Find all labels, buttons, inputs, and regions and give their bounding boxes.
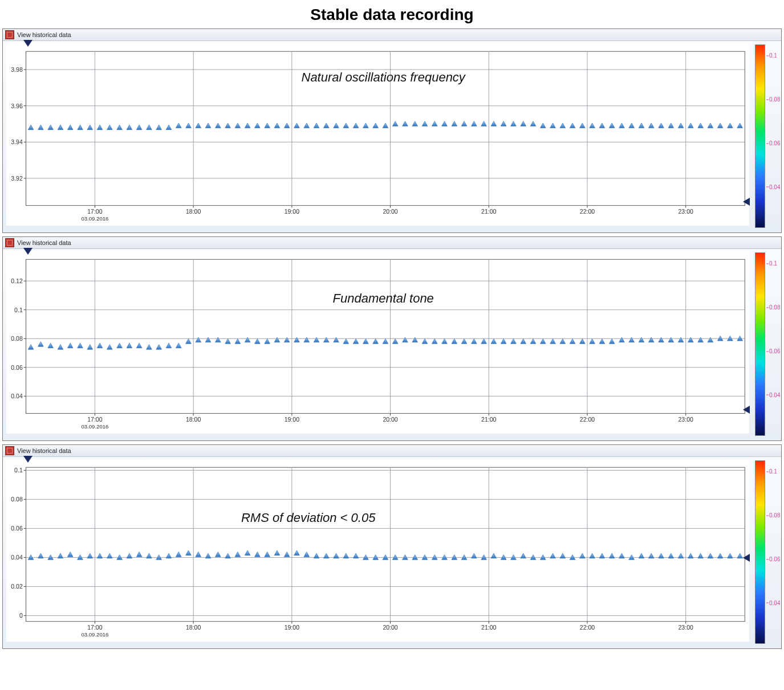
y-tick-label: 0.08: [11, 496, 23, 503]
svg-marker-29: [87, 125, 93, 130]
x-tick-label: 19:00: [285, 416, 299, 423]
svg-marker-283: [639, 553, 644, 558]
svg-marker-90: [688, 123, 694, 128]
svg-marker-143: [245, 337, 250, 342]
svg-marker-83: [619, 123, 625, 128]
svg-marker-34: [136, 125, 142, 130]
svg-marker-245: [265, 552, 270, 557]
panel-title: View historical data: [17, 239, 71, 246]
range-start-handle[interactable]: [23, 40, 33, 47]
svg-marker-292: [728, 553, 733, 558]
svg-marker-36: [156, 125, 162, 130]
x-tick-label: 22:00: [580, 208, 595, 215]
x-tick-label: 22:00: [580, 624, 595, 631]
x-tick-label: 19:00: [285, 624, 299, 631]
svg-marker-23: [28, 125, 34, 130]
svg-marker-144: [255, 339, 261, 344]
x-tick-label: 18:00: [186, 416, 201, 423]
svg-marker-78: [570, 123, 575, 128]
plot-area[interactable]: 00.020.040.060.080.117:0003.09.201618:00…: [3, 457, 753, 646]
x-tick-label: 21:00: [481, 624, 496, 631]
svg-marker-129: [107, 345, 113, 350]
svg-marker-45: [245, 123, 250, 128]
svg-rect-194: [26, 467, 745, 621]
svg-marker-39: [186, 123, 192, 128]
svg-marker-43: [225, 123, 231, 128]
svg-marker-138: [196, 337, 201, 342]
svg-marker-224: [58, 553, 63, 558]
svg-marker-180: [609, 339, 615, 344]
y-tick-label: 3.96: [11, 103, 23, 109]
series-points: [28, 550, 742, 560]
svg-marker-149: [304, 337, 310, 342]
svg-marker-72: [511, 121, 517, 126]
x-tick-label: 20:00: [383, 624, 397, 631]
range-end-handle[interactable]: [743, 554, 750, 562]
svg-marker-291: [717, 553, 723, 558]
svg-marker-65: [442, 121, 448, 126]
svg-marker-288: [688, 553, 694, 558]
chart-svg: 0.040.060.080.10.1217:0003.09.201618:001…: [6, 251, 749, 434]
svg-marker-79: [580, 123, 586, 128]
svg-marker-169: [501, 339, 506, 344]
svg-rect-0: [26, 51, 745, 205]
svg-marker-92: [708, 123, 713, 128]
svg-marker-137: [186, 339, 192, 344]
app-icon: [5, 30, 14, 39]
colorbar-tick: 0.1: [766, 468, 777, 475]
svg-marker-140: [216, 337, 221, 342]
svg-marker-86: [648, 123, 654, 128]
svg-marker-274: [550, 553, 556, 558]
svg-marker-170: [511, 339, 517, 344]
svg-marker-133: [147, 345, 152, 350]
panel-header: View historical data: [3, 237, 781, 249]
x-date-label: 03.09.2016: [81, 423, 108, 430]
svg-marker-266: [472, 553, 477, 558]
x-tick-label: 23:00: [679, 416, 693, 423]
chart-panel: View historical data3.923.943.963.9817:0…: [2, 28, 782, 233]
svg-marker-46: [255, 123, 261, 128]
svg-marker-249: [304, 552, 310, 557]
svg-marker-58: [373, 123, 379, 128]
svg-marker-285: [659, 553, 664, 558]
range-start-handle[interactable]: [23, 248, 33, 255]
colorbar-tick: 0.1: [766, 52, 777, 59]
x-tick-label: 20:00: [383, 416, 397, 423]
svg-marker-254: [353, 553, 359, 558]
x-tick-label: 21:00: [481, 208, 496, 215]
svg-marker-75: [540, 123, 546, 128]
plot-area[interactable]: 0.040.060.080.10.1217:0003.09.201618:001…: [3, 249, 753, 438]
svg-marker-125: [67, 343, 73, 348]
svg-marker-168: [491, 339, 497, 344]
svg-marker-277: [580, 553, 586, 558]
colorbar-tick: 0.04: [766, 391, 780, 398]
x-tick-label: 18:00: [186, 208, 201, 215]
svg-marker-40: [196, 123, 201, 128]
svg-marker-228: [97, 553, 103, 558]
svg-marker-225: [67, 552, 73, 557]
svg-marker-275: [560, 553, 566, 558]
svg-marker-160: [412, 337, 418, 342]
range-end-handle[interactable]: [743, 198, 750, 206]
svg-marker-173: [540, 339, 546, 344]
svg-marker-32: [117, 125, 123, 130]
range-start-handle[interactable]: [23, 456, 33, 463]
svg-marker-150: [314, 337, 319, 342]
x-tick-label: 17:00: [87, 416, 102, 423]
colorbar-gradient: [755, 460, 765, 644]
svg-marker-147: [284, 337, 290, 342]
x-date-label: 03.09.2016: [81, 631, 108, 638]
plot-area[interactable]: 3.923.943.963.9817:0003.09.201618:0019:0…: [3, 41, 753, 230]
svg-marker-26: [58, 125, 63, 130]
svg-marker-132: [136, 343, 142, 348]
range-end-handle[interactable]: [743, 406, 750, 414]
svg-marker-250: [314, 553, 319, 558]
x-tick-label: 17:00: [87, 624, 102, 631]
svg-marker-251: [324, 553, 330, 558]
svg-marker-128: [97, 343, 103, 348]
svg-marker-31: [107, 125, 113, 130]
svg-marker-94: [728, 123, 733, 128]
svg-marker-227: [87, 553, 93, 558]
svg-marker-268: [491, 553, 497, 558]
svg-marker-148: [294, 337, 300, 342]
